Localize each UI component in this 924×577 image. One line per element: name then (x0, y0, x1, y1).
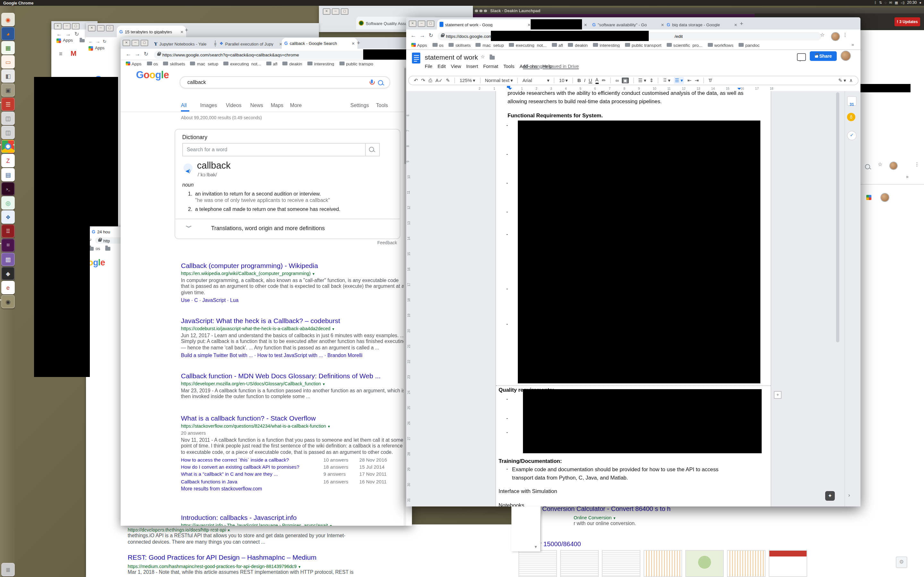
close-icon[interactable]: ✕ (88, 25, 95, 31)
image-thumbnail-document[interactable] (560, 550, 599, 577)
result-url[interactable]: https://developers.thethings.io/docs/htt… (128, 527, 230, 532)
star-icon[interactable]: ☆ (481, 54, 485, 60)
search-scrollbar[interactable] (404, 67, 406, 526)
result-title[interactable]: What is a callback function? - Stack Ove… (181, 414, 408, 422)
spellcheck-icon[interactable]: A✓ (435, 77, 443, 83)
search-query-text[interactable]: callback (187, 79, 206, 85)
search-nav-maps[interactable]: Maps (271, 103, 283, 108)
result-source[interactable]: Online Conversion ▼ (573, 514, 616, 520)
avatar[interactable] (831, 32, 840, 41)
star-icon[interactable]: ☆ (878, 161, 882, 167)
close-icon[interactable]: ✕ (54, 23, 61, 29)
dock-screenshot-tool[interactable]: ◉ (1, 295, 15, 308)
star-icon[interactable]: ☆ (820, 32, 825, 38)
clock[interactable]: 20:30 (907, 1, 917, 5)
bookmark-folder-icon[interactable] (105, 247, 110, 250)
tab-close-icon[interactable]: ✕ (734, 22, 737, 27)
wifi-icon[interactable]: ◌ (885, 1, 887, 5)
dock-ubuntu-dash[interactable]: ◉ (1, 13, 15, 26)
tab-close-icon[interactable]: ✕ (527, 22, 531, 27)
bookmark-folder-pandoc[interactable]: pandoc (738, 43, 760, 47)
minimize-icon[interactable]: ─ (132, 40, 139, 46)
bookmark-folder-scientific-pro-[interactable]: scientific_pro... (667, 43, 703, 47)
result-sitelinks[interactable]: Use · C · JavaScript · Lua (181, 298, 408, 303)
doc-bullet[interactable]: Example code and documentation should be… (512, 466, 718, 472)
comment-icon[interactable] (797, 53, 806, 61)
bookmark-folder-afl[interactable]: afl (266, 61, 277, 66)
related-question-row[interactable]: How to access the correct `this` inside … (181, 457, 408, 463)
tab-15-terabytes[interactable]: G 15 terabytes to gigabytes ✕ (117, 26, 186, 37)
result-url[interactable]: https://developer.mozilla.org/en-US/docs… (181, 380, 408, 386)
search-nav-all[interactable]: All (181, 103, 187, 108)
search-nav-tools[interactable]: Tools (376, 103, 388, 108)
doc-line-notebooks[interactable]: Notebooks (499, 502, 524, 506)
search-nav-images[interactable]: Images (200, 103, 217, 108)
dock-firefox[interactable]: ◕ (1, 27, 15, 40)
bookmarks-overflow-icon[interactable]: » (851, 42, 854, 47)
reload-icon[interactable]: ↻ (74, 31, 79, 37)
dock-inkscape[interactable]: ◆ (1, 267, 15, 280)
menu-tools[interactable]: Tools (503, 63, 515, 69)
style-select[interactable]: Normal text ▾ (485, 77, 513, 83)
doc-heading-training[interactable]: Training/Documentation: (499, 458, 562, 464)
tab-big-data-storage[interactable]: G big data storage - Google ✕ (664, 19, 740, 29)
forward-icon[interactable]: → (420, 32, 425, 39)
maximize-icon[interactable]: ▢ (427, 21, 435, 27)
power-icon[interactable]: ● (919, 1, 921, 5)
bookmark-folder-mac-setup[interactable]: mac_setup (190, 61, 218, 66)
bookmarks-overflow-icon[interactable]: » (906, 174, 909, 179)
keep-icon[interactable]: ŏ (847, 113, 855, 121)
maximize-icon[interactable]: ▢ (341, 8, 349, 15)
slack-window-titlebar[interactable]: Slack - Deakin Launchpad (472, 8, 924, 14)
dock-red-pattern-app[interactable]: ⠿ (1, 224, 15, 238)
bookmark-folder-mac-setup[interactable]: mac_setup (476, 43, 504, 47)
result-url[interactable]: https://medium.com/hashmapinc/rest-good-… (128, 563, 301, 569)
dock-system-tools[interactable]: ◧ (1, 69, 15, 83)
redo-icon[interactable]: ↷ (421, 77, 425, 83)
dock-terminal[interactable]: >_ (1, 182, 15, 195)
dock-bluefish[interactable]: ❖ (1, 210, 15, 224)
apps-grid-icon[interactable] (89, 46, 93, 50)
minimize-icon[interactable]: ─ (63, 23, 71, 29)
hamburger-menu-icon[interactable]: ≡ (59, 51, 63, 57)
tab-statement-of-work[interactable]: statement of work - Goog ✕ (437, 19, 533, 29)
font-size-select[interactable]: 10 ▾ (559, 77, 568, 83)
align-icon[interactable]: ☰ ▾ (638, 77, 646, 83)
dock-libreoffice-calc[interactable]: ▦ (1, 41, 15, 55)
avatar[interactable] (889, 161, 898, 170)
tab-close-icon[interactable]: ✕ (584, 23, 587, 27)
more-results-link[interactable]: More results from stackoverflow.com (181, 486, 408, 492)
tab-jupyter[interactable]: Y Jupyter Notebooks - Yale ✕ (152, 39, 220, 49)
avatar[interactable] (841, 51, 851, 61)
word-search-input[interactable]: Search for a word (182, 143, 366, 156)
tab-close-icon[interactable]: ✕ (180, 29, 184, 34)
bookmark-folder-executing-not-[interactable]: executing_not... (223, 61, 261, 66)
minimize-icon[interactable]: ─ (418, 21, 425, 27)
menu-insert[interactable]: Insert (466, 63, 478, 69)
close-icon[interactable]: ✕ (323, 8, 330, 15)
chrome-window-search[interactable]: ✕ ─ ▢ Y Jupyter Notebooks - Yale ✕ ❖ Par… (121, 37, 412, 526)
kebab-menu-icon[interactable]: ⋮ (914, 161, 919, 167)
doc-line-interface[interactable]: Interface with Simulation (499, 488, 557, 494)
dock-google-chrome[interactable] (1, 140, 15, 153)
apps-grid-icon[interactable] (866, 195, 871, 200)
docs-file-icon[interactable] (412, 53, 420, 63)
related-question-row[interactable]: What is a "callback" in C and how are th… (181, 472, 408, 477)
image-thumbnails-row[interactable] (519, 550, 807, 577)
microphone-icon[interactable] (371, 79, 373, 83)
print-icon[interactable]: ⎙ (428, 77, 432, 84)
calendar-icon[interactable]: 31 (847, 96, 857, 106)
minimize-icon[interactable]: ─ (97, 25, 105, 31)
feedback-link[interactable]: Feedback (377, 240, 397, 245)
image-thumbnail-document[interactable] (602, 550, 640, 577)
chrome-window-docs[interactable]: ✕ ─ ▢ statement of work - Goog ✕ ✕ G "so… (406, 17, 861, 506)
explore-button[interactable]: ✦ (825, 491, 835, 501)
doc-paragraph[interactable]: provide researchers with the ability to … (507, 90, 743, 96)
forward-icon[interactable]: → (65, 31, 71, 37)
tab-callback-search[interactable]: G callback - Google Search ✕ (282, 38, 357, 49)
bookmark-folder-public-transpo[interactable]: public transpo (339, 61, 373, 66)
reload-icon[interactable]: ↻ (429, 32, 433, 39)
text-color-icon[interactable]: A (596, 77, 599, 84)
slack-minimize-button[interactable] (479, 9, 482, 12)
tab-close-icon[interactable]: ✕ (352, 41, 355, 45)
